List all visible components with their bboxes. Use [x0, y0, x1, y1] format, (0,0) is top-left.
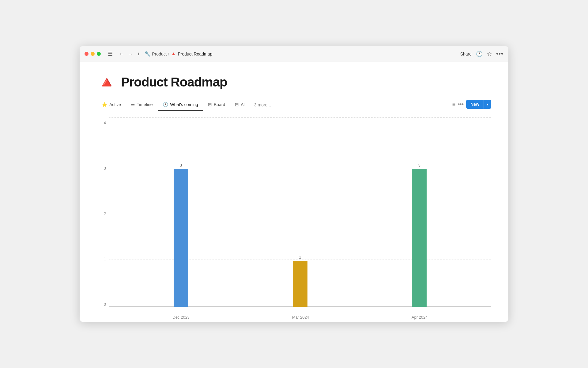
share-button[interactable]: Share	[460, 52, 472, 56]
y-label-1: 1	[97, 257, 109, 261]
breadcrumb-separator: /	[168, 52, 169, 56]
back-button[interactable]: ←	[117, 51, 125, 57]
bar-group-apr2024: 3	[412, 163, 427, 307]
add-page-button[interactable]: +	[136, 51, 141, 57]
page-content: 🔺 Product Roadmap ⭐ Active ☰ Timeline 🕐 …	[80, 62, 508, 322]
bar-value-mar2024: 1	[299, 255, 301, 259]
tab-whats-coming[interactable]: 🕐 What's coming	[158, 99, 203, 111]
list-icon: ☰	[131, 102, 135, 107]
page-header: 🔺 Product Roadmap	[97, 74, 491, 90]
page-emoji: 🔺	[97, 74, 117, 90]
tab-all-label: All	[241, 102, 246, 107]
star-icon: ⭐	[102, 102, 107, 107]
bars-container: 3 1 3	[109, 117, 491, 307]
y-label-2: 2	[97, 211, 109, 216]
bar-group-dec2023: 3	[174, 163, 188, 307]
page-breadcrumb-title[interactable]: Product Roadmap	[178, 52, 212, 56]
tab-active-label: Active	[109, 102, 121, 107]
workspace-icon: 🔧	[145, 51, 151, 57]
app-window: ☰ ← → + 🔧 Product / 🔺 Product Roadmap Sh…	[80, 46, 508, 322]
board-icon: ⊞	[208, 102, 212, 107]
y-axis: 0 1 2 3 4	[97, 117, 109, 322]
y-label-0: 0	[97, 302, 109, 307]
nav-buttons: ← → +	[117, 51, 141, 57]
chart-container: 0 1 2 3 4	[97, 117, 491, 322]
menu-icon[interactable]: ☰	[106, 50, 114, 58]
filter-button[interactable]: ≡	[452, 101, 456, 108]
tabbar-right: ≡ ••• New ▾	[452, 100, 491, 110]
tab-board[interactable]: ⊞ Board	[203, 99, 230, 111]
tab-timeline[interactable]: ☰ Timeline	[126, 99, 157, 111]
table-icon: ⊟	[235, 102, 239, 107]
star-button[interactable]: ☆	[487, 51, 492, 57]
y-label-4: 4	[97, 121, 109, 125]
history-button[interactable]: 🕐	[476, 51, 483, 57]
y-label-3: 3	[97, 166, 109, 171]
bar-apr2024	[412, 169, 427, 307]
bar-dec2023	[174, 169, 188, 307]
x-label-mar2024: Mar 2024	[292, 315, 309, 322]
tab-board-label: Board	[214, 102, 225, 107]
bar-group-mar2024: 1	[293, 255, 307, 307]
x-label-dec2023: Dec 2023	[172, 315, 190, 322]
tab-active[interactable]: ⭐ Active	[97, 99, 126, 111]
traffic-lights	[85, 52, 101, 56]
bar-mar2024	[293, 261, 307, 307]
page-icon: 🔺	[170, 51, 176, 57]
new-button[interactable]: New ▾	[466, 100, 491, 109]
titlebar: ☰ ← → + 🔧 Product / 🔺 Product Roadmap Sh…	[80, 46, 508, 62]
bar-value-apr2024: 3	[418, 163, 420, 167]
tab-whats-coming-label: What's coming	[170, 102, 198, 107]
forward-button[interactable]: →	[126, 51, 134, 57]
bar-value-dec2023: 3	[180, 163, 182, 167]
tab-all[interactable]: ⊟ All	[230, 99, 251, 111]
tab-more[interactable]: 3 more...	[251, 99, 275, 110]
toolbar-more-button[interactable]: •••	[458, 101, 464, 108]
new-button-label: New	[466, 100, 484, 109]
clock-icon: 🕐	[163, 102, 168, 107]
tabbar: ⭐ Active ☰ Timeline 🕐 What's coming ⊞ Bo…	[97, 99, 491, 111]
chart-area: 0 1 2 3 4	[97, 111, 491, 322]
chart-body: 3 1 3	[109, 117, 491, 322]
close-button[interactable]	[85, 52, 89, 56]
x-axis: Dec 2023 Mar 2024 Apr 2024	[109, 307, 491, 322]
new-button-caret[interactable]: ▾	[484, 100, 491, 109]
maximize-button[interactable]	[97, 52, 101, 56]
tab-timeline-label: Timeline	[137, 102, 153, 107]
page-title: Product Roadmap	[121, 75, 227, 90]
minimize-button[interactable]	[91, 52, 95, 56]
titlebar-actions: Share 🕐 ☆ •••	[460, 50, 503, 57]
workspace-name[interactable]: Product	[152, 52, 167, 56]
x-label-apr2024: Apr 2024	[412, 315, 428, 322]
more-options-button[interactable]: •••	[496, 50, 503, 57]
breadcrumb: 🔧 Product / 🔺 Product Roadmap	[145, 51, 212, 57]
